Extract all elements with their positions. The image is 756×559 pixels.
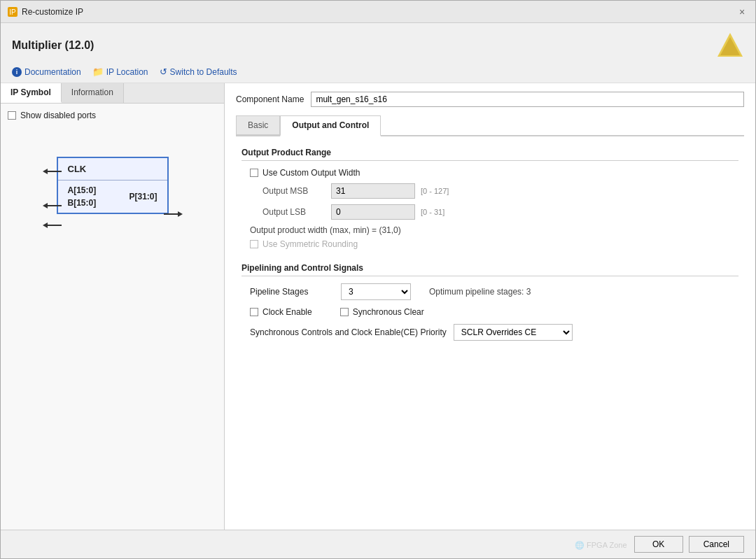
control-checks: Clock Enable Synchronous Clear (250, 307, 738, 317)
tab-content: Output Product Range Use Custom Output W… (236, 136, 744, 366)
switch-defaults-link[interactable]: ↺ Switch to Defaults (160, 66, 237, 77)
p-wire (164, 211, 183, 217)
priority-row: Synchronous Controls and Clock Enable(CE… (250, 324, 738, 341)
use-custom-output-row: Use Custom Output Width (250, 168, 738, 178)
use-symmetric-label: Use Symmetric Rounding (262, 239, 358, 249)
close-button[interactable]: × (736, 6, 748, 18)
b-wire (43, 222, 62, 228)
output-product-range-section: Output Product Range Use Custom Output W… (241, 148, 738, 249)
optimum-stages-info: Optimum pipeline stages: 3 (429, 287, 531, 297)
output-msb-row: Output MSB [0 - 127] (262, 183, 738, 199)
tab-basic[interactable]: Basic (236, 115, 280, 135)
title-bar-left: IP Re-customize IP (8, 7, 83, 17)
refresh-icon: ↺ (160, 66, 167, 77)
main-content: IP Symbol Information Show disabled port… (1, 83, 755, 530)
a-tri (43, 203, 48, 208)
clk-tri (43, 169, 48, 174)
port-b-label: B[15:0] (68, 198, 97, 208)
app-icon: IP (8, 7, 18, 17)
show-disabled-checkbox[interactable] (8, 111, 16, 120)
output-lsb-row: Output LSB [0 - 31] (262, 204, 738, 220)
clk-wire (43, 169, 62, 174)
info-icon: i (12, 67, 22, 77)
output-lsb-input[interactable] (331, 204, 415, 220)
p-tri (178, 211, 183, 217)
port-p-label: P[31:0] (129, 192, 157, 201)
symbol-container: CLK A[15:0] B[15:0] P[31:0] (8, 157, 217, 214)
output-msb-input[interactable] (331, 183, 415, 199)
left-tabs: IP Symbol Information (1, 83, 224, 104)
pipeline-stages-row: Pipeline Stages 3 0 1 2 4 5 6 Optimum pi… (250, 283, 738, 300)
left-panel: IP Symbol Information Show disabled port… (1, 83, 225, 530)
output-msb-label: Output MSB (262, 186, 326, 196)
priority-select[interactable]: SCLR Overrides CE CE Overrides SCLR (454, 324, 573, 341)
symbol-box: CLK A[15:0] B[15:0] P[31:0] (57, 157, 169, 214)
header-actions: i Documentation 📁 IP Location ↺ Switch t… (12, 66, 744, 77)
b-wire-line (48, 225, 62, 226)
main-window: IP Re-customize IP × Multiplier (12.0) i… (0, 0, 756, 559)
a-wire (43, 203, 62, 208)
clock-enable-checkbox[interactable] (250, 308, 258, 316)
clk-wire-line (48, 171, 62, 172)
tab-information[interactable]: Information (62, 83, 124, 103)
synchronous-clear-label: Synchronous Clear (353, 307, 424, 317)
show-disabled-label: Show disabled ports (20, 111, 96, 120)
show-disabled-row: Show disabled ports (8, 111, 217, 120)
pipelining-title: Pipelining and Control Signals (241, 263, 738, 276)
xilinx-logo (716, 31, 744, 59)
window-title: Re-customize IP (22, 7, 83, 17)
right-panel: Component Name Basic Output and Control … (225, 83, 755, 530)
p-wire-line (164, 213, 178, 215)
use-symmetric-checkbox[interactable] (250, 240, 258, 248)
component-name-input[interactable] (311, 92, 744, 107)
pipeline-stages-label: Pipeline Stages (250, 287, 334, 297)
right-tabs: Basic Output and Control (236, 115, 744, 136)
ok-button[interactable]: OK (634, 536, 683, 553)
title-bar: IP Re-customize IP × (1, 1, 755, 23)
header: Multiplier (12.0) i Documentation 📁 IP L… (1, 23, 755, 83)
ip-location-link[interactable]: 📁 IP Location (92, 66, 148, 77)
ab-ports: A[15:0] B[15:0] (68, 185, 97, 208)
priority-label: Synchronous Controls and Clock Enable(CE… (250, 327, 447, 337)
use-symmetric-row: Use Symmetric Rounding (250, 239, 738, 249)
use-custom-output-checkbox[interactable] (250, 169, 258, 177)
header-title-row: Multiplier (12.0) (12, 31, 744, 59)
output-msb-range: [0 - 127] (421, 187, 449, 195)
svg-text:IP: IP (9, 8, 16, 16)
use-custom-output-label: Use Custom Output Width (262, 168, 360, 178)
output-width-info: Output product width (max, min) = (31,0) (250, 225, 738, 235)
clock-enable-label: Clock Enable (262, 307, 312, 317)
output-product-range-title: Output Product Range (241, 148, 738, 161)
output-lsb-range: [0 - 31] (421, 208, 444, 216)
a-wire-line (48, 205, 62, 206)
port-a-label: A[15:0] (68, 185, 97, 195)
b-tri (43, 222, 48, 228)
documentation-link[interactable]: i Documentation (12, 67, 81, 77)
pipelining-section: Pipelining and Control Signals Pipeline … (241, 263, 738, 341)
folder-icon: 📁 (92, 66, 104, 77)
ab-p-row: A[15:0] B[15:0] P[31:0] (58, 181, 167, 213)
clk-port-label: CLK (58, 158, 167, 181)
component-name-label: Component Name (236, 94, 304, 104)
tab-ip-symbol[interactable]: IP Symbol (1, 83, 62, 103)
symbol-inner: CLK A[15:0] B[15:0] P[31:0] (43, 157, 183, 214)
app-title: Multiplier (12.0) (12, 39, 94, 52)
clock-enable-check: Clock Enable (250, 307, 312, 317)
synchronous-clear-checkbox[interactable] (340, 308, 349, 316)
component-name-row: Component Name (236, 92, 744, 107)
synchronous-clear-check: Synchronous Clear (340, 307, 424, 317)
pipeline-stages-select[interactable]: 3 0 1 2 4 5 6 (341, 283, 411, 300)
output-lsb-label: Output LSB (262, 207, 326, 217)
cancel-button[interactable]: Cancel (689, 536, 744, 553)
tab-output-and-control[interactable]: Output and Control (280, 115, 381, 136)
left-panel-body: Show disabled ports (1, 104, 224, 530)
fpga-zone-watermark: 🌐 FPGA Zone (575, 541, 627, 550)
footer: 🌐 FPGA Zone OK Cancel (1, 530, 755, 558)
